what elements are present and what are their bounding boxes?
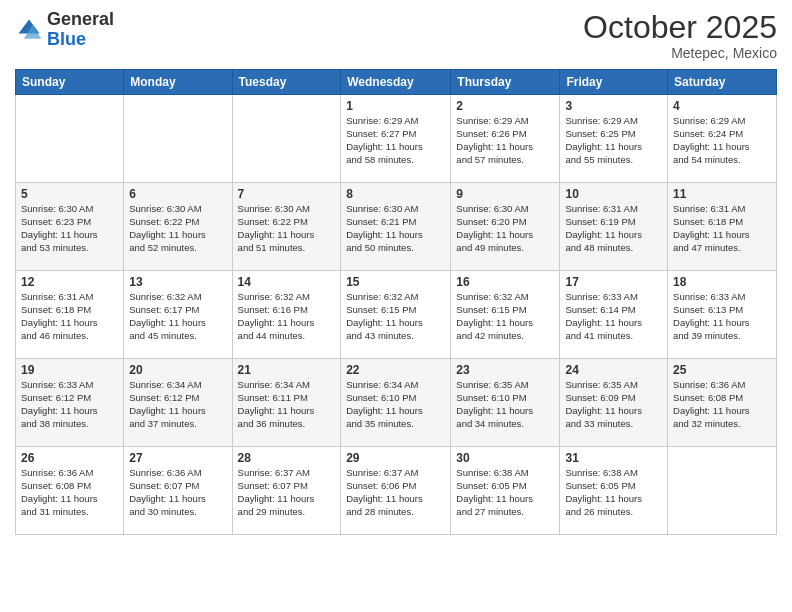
day-info: Sunrise: 6:33 AM Sunset: 6:12 PM Dayligh… [21, 379, 118, 430]
day-cell: 23Sunrise: 6:35 AM Sunset: 6:10 PM Dayli… [451, 359, 560, 447]
day-info: Sunrise: 6:32 AM Sunset: 6:15 PM Dayligh… [346, 291, 445, 342]
day-info: Sunrise: 6:30 AM Sunset: 6:20 PM Dayligh… [456, 203, 554, 254]
day-info: Sunrise: 6:29 AM Sunset: 6:26 PM Dayligh… [456, 115, 554, 166]
day-cell: 21Sunrise: 6:34 AM Sunset: 6:11 PM Dayli… [232, 359, 341, 447]
day-info: Sunrise: 6:30 AM Sunset: 6:22 PM Dayligh… [238, 203, 336, 254]
header: General Blue October 2025 Metepec, Mexic… [15, 10, 777, 61]
logo-blue-text: Blue [47, 29, 86, 49]
day-cell: 19Sunrise: 6:33 AM Sunset: 6:12 PM Dayli… [16, 359, 124, 447]
day-cell: 3Sunrise: 6:29 AM Sunset: 6:25 PM Daylig… [560, 95, 668, 183]
day-number: 22 [346, 363, 445, 377]
day-cell: 26Sunrise: 6:36 AM Sunset: 6:08 PM Dayli… [16, 447, 124, 535]
day-cell: 9Sunrise: 6:30 AM Sunset: 6:20 PM Daylig… [451, 183, 560, 271]
day-number: 24 [565, 363, 662, 377]
day-info: Sunrise: 6:38 AM Sunset: 6:05 PM Dayligh… [565, 467, 662, 518]
day-cell: 12Sunrise: 6:31 AM Sunset: 6:18 PM Dayli… [16, 271, 124, 359]
weekday-header-wednesday: Wednesday [341, 70, 451, 95]
weekday-header-sunday: Sunday [16, 70, 124, 95]
page: General Blue October 2025 Metepec, Mexic… [0, 0, 792, 612]
logo-icon [15, 16, 43, 44]
day-cell [124, 95, 232, 183]
day-cell [668, 447, 777, 535]
day-number: 30 [456, 451, 554, 465]
day-number: 10 [565, 187, 662, 201]
day-number: 1 [346, 99, 445, 113]
calendar-body: 1Sunrise: 6:29 AM Sunset: 6:27 PM Daylig… [16, 95, 777, 535]
day-number: 17 [565, 275, 662, 289]
day-info: Sunrise: 6:32 AM Sunset: 6:16 PM Dayligh… [238, 291, 336, 342]
logo: General Blue [15, 10, 114, 50]
logo-general-text: General [47, 9, 114, 29]
day-info: Sunrise: 6:29 AM Sunset: 6:25 PM Dayligh… [565, 115, 662, 166]
day-cell: 22Sunrise: 6:34 AM Sunset: 6:10 PM Dayli… [341, 359, 451, 447]
location: Metepec, Mexico [583, 45, 777, 61]
day-number: 6 [129, 187, 226, 201]
day-info: Sunrise: 6:32 AM Sunset: 6:17 PM Dayligh… [129, 291, 226, 342]
day-cell: 15Sunrise: 6:32 AM Sunset: 6:15 PM Dayli… [341, 271, 451, 359]
weekday-header-friday: Friday [560, 70, 668, 95]
day-info: Sunrise: 6:34 AM Sunset: 6:10 PM Dayligh… [346, 379, 445, 430]
day-cell: 20Sunrise: 6:34 AM Sunset: 6:12 PM Dayli… [124, 359, 232, 447]
day-number: 8 [346, 187, 445, 201]
week-row-4: 19Sunrise: 6:33 AM Sunset: 6:12 PM Dayli… [16, 359, 777, 447]
day-number: 28 [238, 451, 336, 465]
title-block: October 2025 Metepec, Mexico [583, 10, 777, 61]
week-row-1: 1Sunrise: 6:29 AM Sunset: 6:27 PM Daylig… [16, 95, 777, 183]
day-cell: 10Sunrise: 6:31 AM Sunset: 6:19 PM Dayli… [560, 183, 668, 271]
weekday-header-monday: Monday [124, 70, 232, 95]
day-number: 26 [21, 451, 118, 465]
day-info: Sunrise: 6:30 AM Sunset: 6:21 PM Dayligh… [346, 203, 445, 254]
day-number: 25 [673, 363, 771, 377]
day-number: 19 [21, 363, 118, 377]
day-info: Sunrise: 6:31 AM Sunset: 6:18 PM Dayligh… [21, 291, 118, 342]
day-info: Sunrise: 6:38 AM Sunset: 6:05 PM Dayligh… [456, 467, 554, 518]
day-number: 5 [21, 187, 118, 201]
week-row-5: 26Sunrise: 6:36 AM Sunset: 6:08 PM Dayli… [16, 447, 777, 535]
day-number: 20 [129, 363, 226, 377]
day-number: 21 [238, 363, 336, 377]
day-number: 27 [129, 451, 226, 465]
day-info: Sunrise: 6:29 AM Sunset: 6:24 PM Dayligh… [673, 115, 771, 166]
day-cell: 25Sunrise: 6:36 AM Sunset: 6:08 PM Dayli… [668, 359, 777, 447]
week-row-3: 12Sunrise: 6:31 AM Sunset: 6:18 PM Dayli… [16, 271, 777, 359]
day-info: Sunrise: 6:37 AM Sunset: 6:07 PM Dayligh… [238, 467, 336, 518]
day-number: 23 [456, 363, 554, 377]
day-number: 7 [238, 187, 336, 201]
day-number: 9 [456, 187, 554, 201]
day-number: 4 [673, 99, 771, 113]
month-title: October 2025 [583, 10, 777, 45]
calendar-table: SundayMondayTuesdayWednesdayThursdayFrid… [15, 69, 777, 535]
day-number: 31 [565, 451, 662, 465]
day-cell: 18Sunrise: 6:33 AM Sunset: 6:13 PM Dayli… [668, 271, 777, 359]
day-info: Sunrise: 6:30 AM Sunset: 6:22 PM Dayligh… [129, 203, 226, 254]
day-info: Sunrise: 6:35 AM Sunset: 6:10 PM Dayligh… [456, 379, 554, 430]
day-cell: 1Sunrise: 6:29 AM Sunset: 6:27 PM Daylig… [341, 95, 451, 183]
day-info: Sunrise: 6:36 AM Sunset: 6:08 PM Dayligh… [673, 379, 771, 430]
day-cell: 27Sunrise: 6:36 AM Sunset: 6:07 PM Dayli… [124, 447, 232, 535]
day-cell: 13Sunrise: 6:32 AM Sunset: 6:17 PM Dayli… [124, 271, 232, 359]
day-info: Sunrise: 6:32 AM Sunset: 6:15 PM Dayligh… [456, 291, 554, 342]
weekday-header-row: SundayMondayTuesdayWednesdayThursdayFrid… [16, 70, 777, 95]
day-info: Sunrise: 6:29 AM Sunset: 6:27 PM Dayligh… [346, 115, 445, 166]
day-number: 11 [673, 187, 771, 201]
day-number: 12 [21, 275, 118, 289]
day-number: 15 [346, 275, 445, 289]
day-info: Sunrise: 6:31 AM Sunset: 6:19 PM Dayligh… [565, 203, 662, 254]
day-info: Sunrise: 6:36 AM Sunset: 6:08 PM Dayligh… [21, 467, 118, 518]
week-row-2: 5Sunrise: 6:30 AM Sunset: 6:23 PM Daylig… [16, 183, 777, 271]
day-cell: 31Sunrise: 6:38 AM Sunset: 6:05 PM Dayli… [560, 447, 668, 535]
day-cell: 8Sunrise: 6:30 AM Sunset: 6:21 PM Daylig… [341, 183, 451, 271]
day-cell: 17Sunrise: 6:33 AM Sunset: 6:14 PM Dayli… [560, 271, 668, 359]
day-number: 2 [456, 99, 554, 113]
day-info: Sunrise: 6:33 AM Sunset: 6:13 PM Dayligh… [673, 291, 771, 342]
day-info: Sunrise: 6:31 AM Sunset: 6:18 PM Dayligh… [673, 203, 771, 254]
day-cell: 14Sunrise: 6:32 AM Sunset: 6:16 PM Dayli… [232, 271, 341, 359]
day-cell: 29Sunrise: 6:37 AM Sunset: 6:06 PM Dayli… [341, 447, 451, 535]
day-cell: 2Sunrise: 6:29 AM Sunset: 6:26 PM Daylig… [451, 95, 560, 183]
day-info: Sunrise: 6:33 AM Sunset: 6:14 PM Dayligh… [565, 291, 662, 342]
day-cell: 11Sunrise: 6:31 AM Sunset: 6:18 PM Dayli… [668, 183, 777, 271]
day-info: Sunrise: 6:37 AM Sunset: 6:06 PM Dayligh… [346, 467, 445, 518]
day-number: 29 [346, 451, 445, 465]
day-cell: 5Sunrise: 6:30 AM Sunset: 6:23 PM Daylig… [16, 183, 124, 271]
weekday-header-saturday: Saturday [668, 70, 777, 95]
